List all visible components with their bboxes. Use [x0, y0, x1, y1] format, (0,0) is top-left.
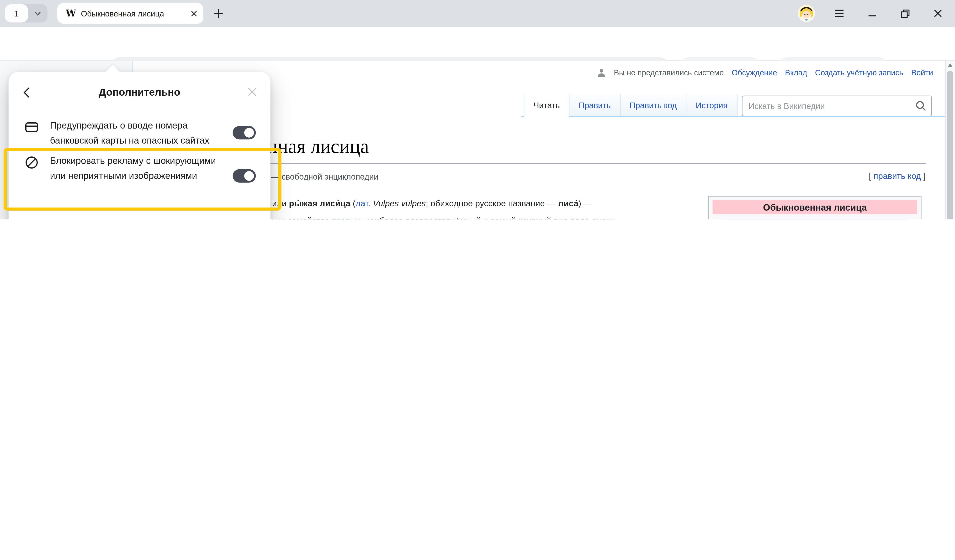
personal-link[interactable]: Вклад	[785, 68, 807, 77]
panel-row-label: Предупреждать о вводе номера банковской …	[50, 118, 218, 148]
user-avatar[interactable]	[798, 5, 815, 22]
toggle-knob	[244, 128, 254, 137]
personal-links: Вы не представились системе ОбсуждениеВк…	[596, 68, 933, 77]
browser-tab[interactable]: W Обыкновенная лисица	[57, 3, 204, 24]
close-icon[interactable]	[247, 87, 258, 98]
article-tab[interactable]: История	[686, 94, 737, 117]
block-ads-toggle[interactable]	[233, 169, 256, 183]
close-tab-icon[interactable]	[191, 10, 197, 17]
tab-title-fade	[174, 5, 185, 21]
bank-card-icon	[24, 120, 39, 134]
scrollbar[interactable]	[945, 61, 955, 220]
close-window-button[interactable]	[931, 6, 945, 21]
wiki-search[interactable]	[742, 96, 932, 116]
personal-link-list: ОбсуждениеВкладСоздать учётную записьВой…	[732, 68, 933, 77]
article-tab[interactable]: Править	[569, 94, 620, 117]
scroll-up-arrow[interactable]	[947, 63, 952, 67]
edit-section-link[interactable]: [ править код ]	[869, 171, 926, 181]
toggle-knob	[244, 171, 254, 181]
personal-link[interactable]: Создать учётную запись	[815, 68, 903, 77]
tab-counter[interactable]: 1	[5, 4, 47, 23]
personal-link[interactable]: Войти	[911, 68, 933, 77]
protect-settings-panel: Дополнительно Предупреждать о вводе номе…	[9, 72, 271, 220]
wikipedia-favicon: W	[66, 8, 76, 19]
link[interactable]: псовых	[332, 215, 360, 220]
toolbar: Я https://ru.wikipedia.org/wiki/Обыкнове…	[0, 27, 955, 61]
infobox-title: Обыкновенная лисица	[713, 200, 917, 214]
chevron-down-icon[interactable]	[28, 4, 47, 23]
personal-link[interactable]: Обсуждение	[732, 68, 777, 77]
minimize-button[interactable]	[865, 6, 879, 21]
login-note: Вы не представились системе	[614, 68, 724, 77]
infobox-media: Обыкновенная лисица подвида V. v. crucig…	[721, 219, 909, 220]
article-tab[interactable]: Читать	[524, 94, 569, 117]
tab-counter-value: 1	[5, 4, 28, 23]
panel-row-card-warning[interactable]: Предупреждать о вводе номера банковской …	[24, 118, 256, 148]
panel-row-block-ads[interactable]: Блокировать рекламу с шокирующими или не…	[24, 153, 256, 183]
browser-window: 1 W Обыкновенная лисица	[0, 0, 955, 220]
tabs-underline	[521, 116, 945, 117]
tab-strip: 1 W Обыкновенная лисица	[0, 0, 955, 27]
menu-icon[interactable]	[832, 6, 847, 21]
new-tab-button[interactable]	[211, 5, 227, 21]
article-tabs: ЧитатьПравитьПравить кодИстория	[524, 94, 737, 117]
card-warning-toggle[interactable]	[233, 126, 256, 139]
restore-button[interactable]	[898, 6, 912, 21]
link[interactable]: лат.	[356, 198, 371, 208]
link[interactable]: править код	[874, 171, 921, 181]
scrollbar-thumb[interactable]	[947, 70, 953, 220]
article-tab[interactable]: Править код	[620, 94, 686, 117]
block-icon	[24, 155, 39, 170]
panel-title: Дополнительно	[9, 86, 271, 98]
link[interactable]: лисиц	[592, 215, 615, 220]
search-icon[interactable]	[915, 100, 926, 111]
panel-row-label: Блокировать рекламу с шокирующими или не…	[50, 153, 218, 183]
wiki-search-input[interactable]	[747, 101, 915, 111]
infobox: Обыкновенная лисица	[708, 196, 922, 220]
user-icon	[596, 68, 606, 77]
